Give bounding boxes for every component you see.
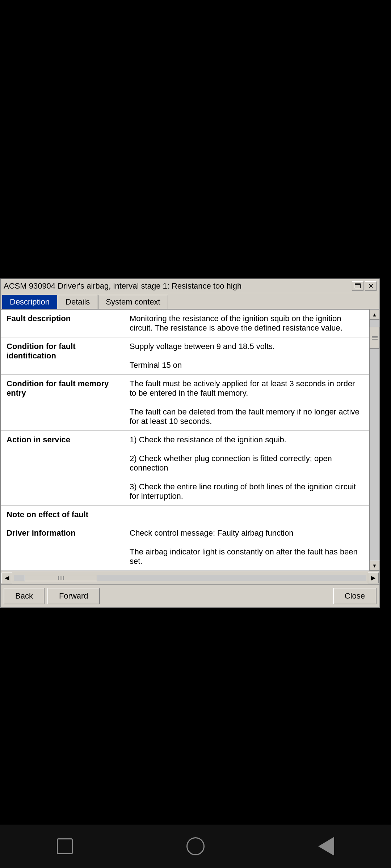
- circle-icon: [186, 837, 205, 855]
- main-table-area: Fault description Monitoring the resista…: [1, 310, 369, 571]
- tab-details[interactable]: Details: [58, 295, 97, 309]
- hscroll-track[interactable]: [14, 575, 366, 581]
- scroll-left-button[interactable]: ◀: [1, 573, 12, 583]
- back-button[interactable]: Back: [4, 588, 45, 604]
- scroll-up-button[interactable]: ▲: [370, 310, 380, 320]
- scroll-track[interactable]: [370, 320, 379, 561]
- window-title: ACSM 930904 Driver's airbag, interval st…: [4, 281, 241, 291]
- scroll-line-3: [372, 339, 378, 340]
- table-row: Note on effect of fault: [1, 506, 369, 524]
- vertical-scrollbar[interactable]: ▲ ▼: [369, 310, 379, 571]
- label-driver-info: Driver information: [1, 524, 124, 571]
- scroll-down-button[interactable]: ▼: [370, 561, 380, 571]
- tab-description[interactable]: Description: [2, 295, 57, 309]
- table-row: Condition for fault memory entry The fau…: [1, 375, 369, 431]
- label-fault-description: Fault description: [1, 310, 124, 337]
- close-button[interactable]: Close: [333, 588, 377, 604]
- value-fault-description: Monitoring the resistance of the ignitio…: [124, 310, 369, 337]
- hscroll-line-1: [58, 576, 59, 580]
- tab-system-context[interactable]: System context: [98, 295, 168, 309]
- scroll-right-button[interactable]: ▶: [368, 573, 379, 583]
- horizontal-scrollbar[interactable]: ◀ ▶: [1, 571, 379, 584]
- square-icon: [57, 838, 73, 854]
- android-back-button[interactable]: [318, 837, 334, 856]
- android-nav-bar: [0, 825, 391, 868]
- label-condition-memory: Condition for fault memory entry: [1, 375, 124, 431]
- content-area: Fault description Monitoring the resista…: [1, 309, 379, 571]
- label-action-in-service: Action in service: [1, 431, 124, 506]
- title-bar: ACSM 930904 Driver's airbag, interval st…: [1, 279, 379, 293]
- scroll-thumb[interactable]: [370, 327, 379, 349]
- triangle-icon: [318, 837, 334, 856]
- main-window: ACSM 930904 Driver's airbag, interval st…: [0, 278, 380, 608]
- value-condition-identification: Supply voltage between 9 and 18.5 volts.…: [124, 337, 369, 375]
- android-square-button[interactable]: [57, 838, 73, 854]
- tabs-bar: Description Details System context: [1, 293, 379, 309]
- label-condition-identification: Condition for fault identification: [1, 337, 124, 375]
- forward-button[interactable]: Forward: [47, 588, 100, 604]
- hscroll-line-2: [60, 576, 60, 580]
- android-home-button[interactable]: [186, 837, 205, 855]
- table-row: Action in service 1) Check the resistanc…: [1, 431, 369, 506]
- table-row: Condition for fault identification Suppl…: [1, 337, 369, 375]
- fault-table: Fault description Monitoring the resista…: [1, 310, 369, 571]
- value-note-effect: [124, 506, 369, 524]
- table-row: Driver information Check control message…: [1, 524, 369, 571]
- scroll-line-2: [372, 337, 378, 338]
- bottom-button-bar: Back Forward Close: [1, 584, 379, 607]
- label-note-effect: Note on effect of fault: [1, 506, 124, 524]
- value-action-in-service: 1) Check the resistance of the ignition …: [124, 431, 369, 506]
- title-bar-buttons: 🗖 ✕: [352, 281, 377, 291]
- hscroll-thumb-lines: [58, 576, 64, 580]
- value-condition-memory: The fault must be actively applied for a…: [124, 375, 369, 431]
- hscroll-line-3: [62, 576, 62, 580]
- minimize-button[interactable]: 🗖: [352, 281, 363, 291]
- close-window-button[interactable]: ✕: [365, 281, 377, 291]
- hscroll-line-4: [63, 576, 64, 580]
- table-row: Fault description Monitoring the resista…: [1, 310, 369, 337]
- scroll-line-1: [372, 336, 378, 337]
- hscroll-thumb[interactable]: [25, 575, 97, 581]
- value-driver-info: Check control message: Faulty airbag fun…: [124, 524, 369, 571]
